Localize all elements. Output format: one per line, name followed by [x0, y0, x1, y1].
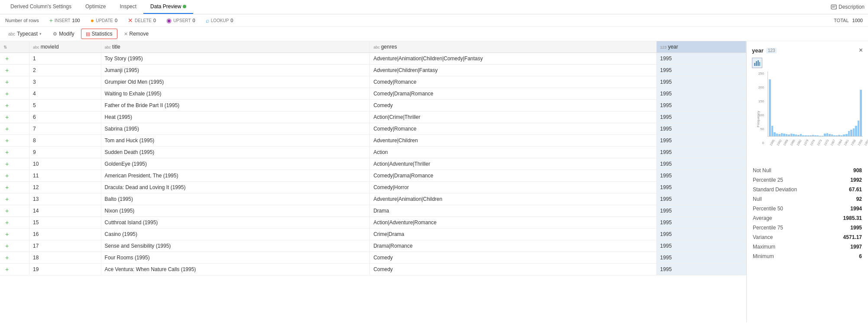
row-add-btn[interactable]: +: [0, 111, 29, 123]
col-movieid[interactable]: abcmovieId: [29, 41, 101, 53]
stat-label: Maximum: [752, 242, 829, 252]
data-table-container[interactable]: ⇅ abcmovieId abctitle abcgenres 123year: [0, 41, 747, 322]
top-nav: Derived Column's Settings Optimize Inspe…: [0, 0, 868, 14]
cell-year: 1995: [657, 123, 746, 135]
row-add-btn[interactable]: +: [0, 182, 29, 193]
typecast-icon: abc: [8, 32, 15, 36]
stat-label: Variance: [752, 232, 829, 242]
cell-movieid: 2: [29, 65, 101, 76]
cell-year: 1995: [657, 240, 746, 252]
histogram-bar: [838, 135, 840, 136]
cell-title: Father of the Bride Part II (1995): [101, 100, 370, 111]
row-add-btn[interactable]: +: [0, 240, 29, 252]
row-add-btn[interactable]: +: [0, 217, 29, 229]
col-genres[interactable]: abcgenres: [370, 41, 657, 53]
row-add-btn[interactable]: +: [0, 205, 29, 217]
row-add-btn[interactable]: +: [0, 264, 29, 275]
row-add-btn[interactable]: +: [0, 147, 29, 158]
cell-genres: Comedy|Romance: [370, 123, 657, 135]
stat-value: 4571.17: [829, 232, 863, 242]
delete-stat: ✕ DELETE 0: [128, 17, 156, 24]
table-row: + 1 Toy Story (1995) Adventure|Animation…: [0, 53, 746, 65]
histogram-bar: [774, 132, 776, 136]
stat-label: Standard Deviation: [752, 185, 829, 194]
row-add-btn[interactable]: +: [0, 135, 29, 147]
cell-year: 1995: [657, 182, 746, 193]
histogram-bar: [850, 130, 852, 136]
col-title[interactable]: abctitle: [101, 41, 370, 53]
histogram-bar: [793, 134, 795, 136]
cell-title: Tom and Huck (1995): [101, 135, 370, 147]
x-axis-label: 1976: [810, 139, 816, 146]
table-row: + 11 American President, The (1995) Come…: [0, 170, 746, 182]
stat-value: 1992: [829, 175, 863, 185]
description-button[interactable]: Description: [831, 4, 865, 10]
y-axis-label: Frequency: [756, 111, 760, 127]
cell-title: Dracula: Dead and Loving It (1995): [101, 182, 370, 193]
row-add-btn[interactable]: +: [0, 229, 29, 240]
histogram-bar: [855, 126, 857, 136]
statistics-button[interactable]: ▤ Statistics: [81, 29, 117, 39]
cell-title: Four Rooms (1995): [101, 252, 370, 264]
row-add-btn[interactable]: +: [0, 123, 29, 135]
typecast-button[interactable]: abc Typecast ▾: [3, 29, 46, 39]
row-add-btn[interactable]: +: [0, 252, 29, 264]
x-axis-label: 1967: [830, 139, 836, 146]
remove-button[interactable]: ✕ Remove: [119, 29, 154, 39]
panel-close-button[interactable]: ×: [859, 46, 863, 54]
row-add-btn[interactable]: +: [0, 170, 29, 182]
cell-year: 1995: [657, 147, 746, 158]
histogram-bar: [795, 134, 797, 136]
remove-icon: ✕: [124, 31, 128, 37]
cell-movieid: 3: [29, 76, 101, 88]
tab-data-preview[interactable]: Data Preview: [143, 0, 193, 14]
row-add-btn[interactable]: +: [0, 193, 29, 205]
stat-label: Not Null: [752, 166, 829, 175]
histogram-bar: [790, 134, 793, 136]
cell-movieid: 19: [29, 264, 101, 275]
histogram-bar: [814, 135, 816, 136]
col-year[interactable]: 123year: [657, 41, 746, 53]
histogram-icon-button[interactable]: [752, 58, 762, 68]
num-rows: Number of rows: [5, 18, 39, 23]
x-axis-label: 1973: [816, 139, 823, 146]
panel-type-badge: 123: [766, 48, 777, 53]
cell-title: Grumpier Old Men (1995): [101, 76, 370, 88]
x-axis-label: 1979: [803, 139, 809, 146]
table-row: + 13 Balto (1995) Adventure|Animation|Ch…: [0, 193, 746, 205]
cell-movieid: 18: [29, 252, 101, 264]
histogram-bar: [845, 134, 848, 136]
cell-year: 1995: [657, 229, 746, 240]
cell-title: GoldenEye (1995): [101, 158, 370, 170]
sort-icon: ⇅: [3, 45, 7, 49]
tab-derived-settings[interactable]: Derived Column's Settings: [3, 0, 78, 14]
cell-year: 1995: [657, 88, 746, 100]
row-add-btn[interactable]: +: [0, 76, 29, 88]
description-icon: [831, 4, 837, 10]
row-add-btn[interactable]: +: [0, 158, 29, 170]
cell-movieid: 14: [29, 205, 101, 217]
row-add-btn[interactable]: +: [0, 88, 29, 100]
stat-value: 1985.31: [829, 213, 863, 223]
x-axis-label: 1995: [769, 139, 775, 146]
cell-movieid: 12: [29, 182, 101, 193]
cell-title: Sense and Sensibility (1995): [101, 240, 370, 252]
stat-label: Null: [752, 194, 829, 204]
row-add-btn[interactable]: +: [0, 53, 29, 65]
row-add-btn[interactable]: +: [0, 65, 29, 76]
tab-inspect[interactable]: Inspect: [113, 0, 143, 14]
stat-value: 1995: [829, 223, 863, 232]
stats-bar: Number of rows + INSERT 100 ● UPDATE 0 ✕…: [0, 14, 868, 27]
panel-title: year: [752, 47, 764, 54]
row-add-btn[interactable]: +: [0, 100, 29, 111]
delete-icon: ✕: [128, 17, 133, 24]
modify-button[interactable]: ⚙ Modify: [48, 29, 79, 39]
cell-year: 1995: [657, 100, 746, 111]
cell-genres: Drama: [370, 205, 657, 217]
stat-value: 1997: [829, 242, 863, 252]
cell-title: Heat (1995): [101, 111, 370, 123]
histogram-bar: [829, 134, 831, 136]
tab-optimize[interactable]: Optimize: [78, 0, 113, 14]
stat-row: Minimum 6: [752, 252, 863, 261]
histogram-bar: [824, 134, 826, 136]
